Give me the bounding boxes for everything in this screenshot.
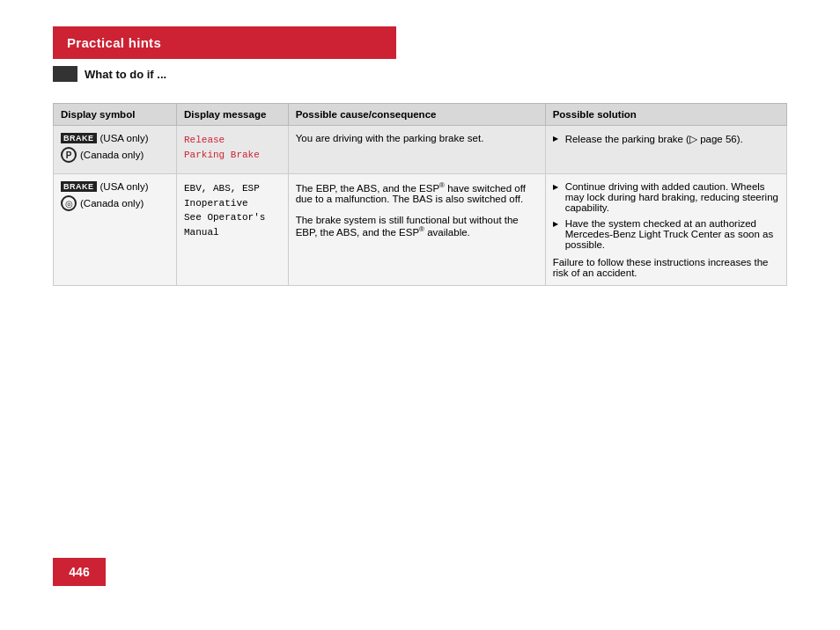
cause-cell-2: The EBP, the ABS, and the ESP® have swit… xyxy=(288,174,545,286)
page-number: 446 xyxy=(53,558,106,586)
col-header-solution: Possible solution xyxy=(545,104,786,126)
solution-item-2-1: Continue driving with added caution. Whe… xyxy=(553,181,779,213)
circle-icon-2: ◎ xyxy=(61,195,77,211)
usa-label-1: (USA only) xyxy=(100,133,149,143)
cause-cell-1: You are driving with the parking brake s… xyxy=(288,126,545,174)
header-banner: Practical hints xyxy=(53,26,396,59)
solution-list-2: Continue driving with added caution. Whe… xyxy=(553,181,779,250)
message-cell-2: EBV, ABS, ESP InoperativeSee Operator's … xyxy=(177,174,289,286)
cause-text-2a: The EBP, the ABS, and the ESP® have swit… xyxy=(296,183,526,204)
col-header-cause: Possible cause/consequence xyxy=(288,104,545,126)
message-text-1: ReleaseParking Brake xyxy=(184,135,260,160)
page-number-text: 446 xyxy=(69,565,89,579)
message-text-2: EBV, ABS, ESP InoperativeSee Operator's … xyxy=(184,183,265,238)
col-header-symbol: Display symbol xyxy=(54,104,177,126)
symbol-cell-2: BRAKE (USA only) ◎ (Canada only) xyxy=(54,174,177,286)
solution-list-1: Release the parking brake (▷ page 56). xyxy=(553,133,779,145)
cause-text-2b: The brake system is still functional but… xyxy=(296,215,519,238)
solution-cell-2: Continue driving with added caution. Whe… xyxy=(545,174,786,286)
failure-text: Failure to follow these instructions inc… xyxy=(553,257,779,278)
symbol-cell-1: BRAKE (USA only) P (Canada only) xyxy=(54,126,177,174)
table-row: BRAKE (USA only) ◎ (Canada only) EBV, AB… xyxy=(54,174,787,286)
p-icon-1: P xyxy=(61,147,77,163)
symbol-row-usa-2: BRAKE (USA only) xyxy=(61,181,169,192)
symbol-row-canada-2: ◎ (Canada only) xyxy=(61,195,169,211)
message-cell-1: ReleaseParking Brake xyxy=(177,126,289,174)
solution-item-1-1: Release the parking brake (▷ page 56). xyxy=(553,133,779,145)
subtitle-text: What to do if ... xyxy=(85,68,166,81)
cause-text-1: You are driving with the parking brake s… xyxy=(296,133,484,143)
main-table: Display symbol Display message Possible … xyxy=(53,103,787,286)
brake-badge-1: BRAKE xyxy=(61,133,97,143)
banner-title: Practical hints xyxy=(67,35,161,50)
solution-item-2-2: Have the system checked at an authorized… xyxy=(553,218,779,250)
usa-label-2: (USA only) xyxy=(100,181,149,192)
symbol-row-canada-1: P (Canada only) xyxy=(61,147,169,163)
brake-badge-2: BRAKE xyxy=(61,181,97,192)
canada-label-2: (Canada only) xyxy=(80,198,144,209)
section-subtitle: What to do if ... xyxy=(53,66,787,82)
canada-label-1: (Canada only) xyxy=(80,150,144,160)
solution-cell-1: Release the parking brake (▷ page 56). xyxy=(545,126,786,174)
table-row: BRAKE (USA only) P (Canada only) Release… xyxy=(54,126,787,174)
subtitle-bar xyxy=(53,66,77,82)
table-area: Display symbol Display message Possible … xyxy=(53,103,787,286)
symbol-row-usa-1: BRAKE (USA only) xyxy=(61,133,169,143)
col-header-message: Display message xyxy=(177,104,289,126)
